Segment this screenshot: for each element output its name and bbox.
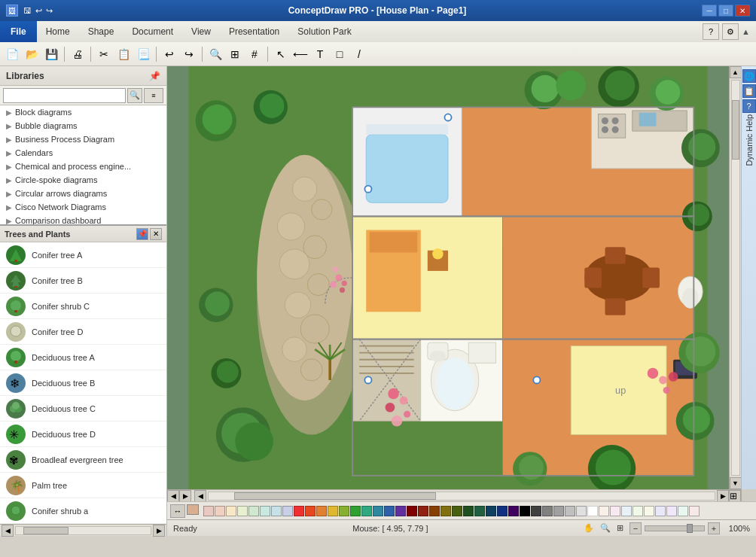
color-swatch-pink-light[interactable] xyxy=(610,506,620,516)
hand-tool-icon[interactable]: ✋ xyxy=(584,523,594,533)
zoom-slider[interactable] xyxy=(645,525,705,531)
toolbar-undo[interactable]: ↩ xyxy=(35,6,42,16)
h-scroll-left-btn[interactable]: ◀ xyxy=(167,490,179,502)
color-swatch-mint[interactable] xyxy=(678,506,688,516)
h-scroll-thumb[interactable] xyxy=(234,492,437,500)
color-swatch-rose-light[interactable] xyxy=(689,506,700,516)
lib-chemical[interactable]: ▶ Chemical and process engine... xyxy=(0,160,166,173)
settings-button[interactable]: ⚙ xyxy=(722,23,739,40)
color-swatch-5[interactable] xyxy=(248,506,259,516)
trees-close-button[interactable]: ✕ xyxy=(150,228,162,240)
color-swatch-yellow[interactable] xyxy=(328,506,338,516)
color-swatch-blue-light[interactable] xyxy=(621,506,632,516)
window-controls[interactable]: ─ □ ✕ xyxy=(702,5,750,17)
color-swatch-teal[interactable] xyxy=(361,506,372,516)
color-swatch-cream[interactable] xyxy=(599,506,609,516)
zoom-in-icon[interactable]: 🔍 xyxy=(600,523,611,533)
pin-icon[interactable]: 📌 xyxy=(149,71,160,81)
color-swatch-2[interactable] xyxy=(215,506,225,516)
color-swatch-dark-purple[interactable] xyxy=(508,506,519,516)
color-swatch-red[interactable] xyxy=(294,506,304,516)
lib-circular-arrows[interactable]: ▶ Circular arrows diagrams xyxy=(0,187,166,200)
lib-bubble-diagrams[interactable]: ▶ Bubble diagrams xyxy=(0,119,166,132)
tree-item-broadleaf[interactable]: ✾ Broadleaf evergreen tree xyxy=(0,447,166,473)
color-swatch-light-gray[interactable] xyxy=(553,506,564,516)
color-swatch-black[interactable] xyxy=(520,506,530,516)
tree-item-conifer-shrub-a[interactable]: Conifer shrub a xyxy=(0,498,166,524)
shape-btn[interactable]: □ xyxy=(331,45,349,63)
color-swatch-green-light[interactable] xyxy=(633,506,643,516)
menu-solution-park[interactable]: Solution Park xyxy=(288,21,360,42)
tree-item-conifer-d[interactable]: Conifer tree D xyxy=(0,319,166,345)
canvas-area[interactable]: up xyxy=(167,66,729,489)
tree-item-deciduous-a[interactable]: Deciduous tree A xyxy=(0,345,166,370)
color-swatch-6[interactable] xyxy=(260,506,270,516)
left-scroll-right-btn[interactable]: ▶ xyxy=(153,525,165,537)
color-swatch-brown[interactable] xyxy=(429,506,440,516)
color-swatch-orange-red[interactable] xyxy=(305,506,316,516)
tree-item-conifer-a[interactable]: Conifer tree A xyxy=(0,242,166,268)
color-swatch-green[interactable] xyxy=(350,506,361,516)
lib-block-diagrams[interactable]: ▶ Block diagrams xyxy=(0,105,166,119)
vertical-scrollbar[interactable]: ▲ ▼ xyxy=(729,66,741,489)
tree-item-deciduous-c[interactable]: Deciduous tree C xyxy=(0,396,166,422)
color-swatch-dark-blue[interactable] xyxy=(497,506,508,516)
color-swatch-1[interactable] xyxy=(203,506,214,516)
tree-item-palm[interactable]: 🌴 Palm tree xyxy=(0,473,166,498)
h-scroll-track[interactable] xyxy=(208,492,715,501)
titlebar-left-icons[interactable]: 🖼 🖫 ↩ ↪ xyxy=(6,5,53,17)
undo-btn[interactable]: ↩ xyxy=(160,45,178,63)
tree-item-conifer-shrub-c[interactable]: Conifer shrub C xyxy=(0,294,166,319)
color-swatch-dark-teal[interactable] xyxy=(474,506,485,516)
color-swatch-blue[interactable] xyxy=(384,506,395,516)
copy-btn[interactable]: 📋 xyxy=(114,45,133,63)
color-swatch-lighter-gray[interactable] xyxy=(576,506,587,516)
horizontal-scrollbar[interactable]: ◀ ▶ ◀ ▶ ⊞ xyxy=(167,489,741,501)
color-swatch-lime[interactable] xyxy=(339,506,349,516)
color-swatch-purple[interactable] xyxy=(395,506,406,516)
left-scroll-left-btn[interactable]: ◀ xyxy=(2,525,14,537)
tree-item-deciduous-d[interactable]: ✳ Deciduous tree D xyxy=(0,422,166,447)
file-menu[interactable]: File xyxy=(0,21,37,42)
menu-document[interactable]: Document xyxy=(123,21,182,42)
color-swatch-olive[interactable] xyxy=(440,506,451,516)
lib-cisco[interactable]: ▶ Cisco Network Diagrams xyxy=(0,200,166,214)
lib-business-process[interactable]: ▶ Business Process Diagram xyxy=(0,132,166,146)
right-icon-1[interactable]: 🌐 xyxy=(742,69,756,83)
menu-shape[interactable]: Shape xyxy=(79,21,123,42)
search-input[interactable] xyxy=(3,88,126,103)
lib-circle-spoke[interactable]: ▶ Circle-spoke diagrams xyxy=(0,173,166,187)
fit-icon[interactable]: ⊞ xyxy=(617,523,623,533)
menu-view[interactable]: View xyxy=(182,21,220,42)
save-btn[interactable]: 💾 xyxy=(42,45,60,63)
left-panel-hscroll[interactable]: ◀ ▶ xyxy=(0,524,166,536)
zoom-slider-thumb[interactable] xyxy=(687,524,693,533)
v-scroll-down-btn[interactable]: ▼ xyxy=(730,477,742,489)
tree-item-deciduous-b[interactable]: ❄ Deciduous tree B xyxy=(0,370,166,396)
search-button[interactable]: 🔍 xyxy=(127,88,142,103)
connect-btn[interactable]: ⟵ xyxy=(291,45,309,63)
grid-btn[interactable]: # xyxy=(245,45,264,63)
left-scroll-track[interactable] xyxy=(15,526,151,535)
color-swatch-gray[interactable] xyxy=(542,506,553,516)
menu-presentation[interactable]: Presentation xyxy=(220,21,288,42)
color-swatch-7[interactable] xyxy=(271,506,282,516)
toolbar-redo[interactable]: ↪ xyxy=(46,6,53,16)
color-swatch-4[interactable] xyxy=(237,506,248,516)
color-swatch-white[interactable] xyxy=(587,506,598,516)
h-scroll-left-btn3[interactable]: ◀ xyxy=(194,490,206,502)
open-btn[interactable]: 📂 xyxy=(23,45,41,63)
v-scroll-track[interactable] xyxy=(731,80,740,476)
print-btn[interactable]: 🖨 xyxy=(69,45,87,63)
palette-tool-1[interactable]: ↔ xyxy=(170,504,185,518)
view-toggle-button[interactable]: ≡ xyxy=(144,88,163,103)
right-icon-2[interactable]: 📋 xyxy=(742,84,756,98)
close-button[interactable]: ✕ xyxy=(735,5,750,17)
color-swatch-3[interactable] xyxy=(226,506,236,516)
trees-pin-button[interactable]: 📌 xyxy=(136,228,148,240)
color-swatch-lavender[interactable] xyxy=(655,506,666,516)
v-scroll-thumb[interactable] xyxy=(732,100,739,160)
zoom-fit-btn[interactable]: ⊞ xyxy=(226,45,244,63)
redo-btn[interactable]: ↪ xyxy=(180,45,198,63)
color-swatch-cyan[interactable] xyxy=(373,506,383,516)
